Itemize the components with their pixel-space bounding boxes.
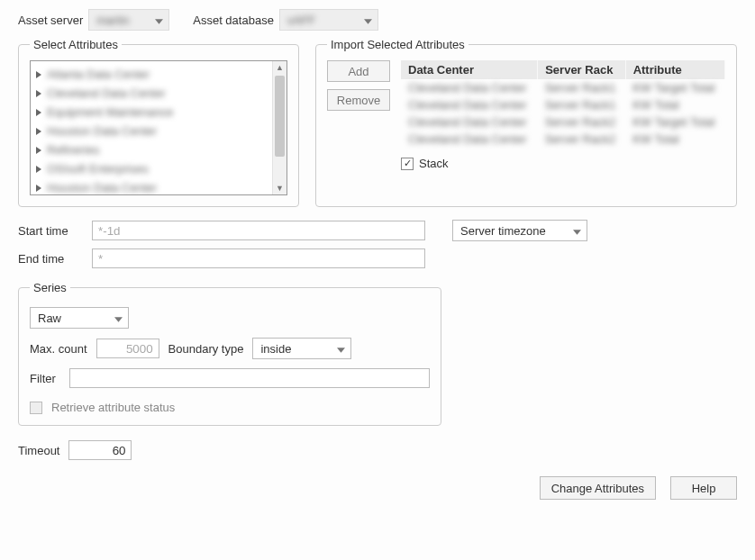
chevron-down-icon — [114, 312, 123, 325]
table-row[interactable]: Cleveland Data CenterServer Rack2KW Tota… — [401, 131, 725, 148]
tree-item[interactable]: Refineries — [36, 140, 281, 159]
select-attributes-legend: Select Attributes — [30, 38, 122, 51]
scroll-down-icon[interactable]: ▼ — [273, 182, 287, 194]
asset-server-label: Asset server — [18, 14, 83, 27]
boundary-type-label: Boundary type — [168, 342, 244, 356]
expand-icon — [36, 90, 41, 97]
scroll-up-icon[interactable]: ▲ — [273, 61, 287, 74]
tree-item[interactable]: OSIsoft Enterprises — [36, 159, 281, 178]
end-time-label: End time — [18, 252, 83, 266]
table-row[interactable]: Cleveland Data CenterServer Rack2KW Targ… — [401, 113, 725, 131]
max-count-input[interactable] — [96, 339, 159, 358]
series-legend: Series — [30, 281, 70, 294]
expand-icon — [36, 185, 41, 192]
import-attributes-group: Import Selected Attributes Add Remove Da… — [315, 38, 737, 207]
tree-item[interactable]: Cleveland Data Center — [36, 84, 281, 103]
table-row[interactable]: Cleveland Data CenterServer Rack1KW Targ… — [401, 79, 725, 96]
retrieve-status-label: Retrieve attribute status — [51, 401, 175, 414]
add-button[interactable]: Add — [327, 60, 390, 82]
remove-button[interactable]: Remove — [327, 89, 390, 111]
stack-label: Stack — [419, 157, 449, 170]
chevron-down-icon — [364, 14, 372, 27]
table-row[interactable]: Cleveland Data CenterServer Rack1KW Tota… — [401, 96, 725, 113]
asset-server-value: martin — [96, 14, 129, 27]
asset-db-value: vAFF — [287, 14, 315, 27]
series-mode-combo[interactable]: Raw — [30, 307, 129, 329]
asset-db-label: Asset database — [193, 14, 274, 27]
start-time-input[interactable] — [92, 221, 425, 240]
col-attribute[interactable]: Attribute — [625, 60, 724, 79]
end-time-input[interactable] — [92, 248, 425, 268]
series-mode-value: Raw — [38, 312, 61, 325]
help-button[interactable]: Help — [670, 476, 737, 500]
col-server-rack[interactable]: Server Rack — [538, 60, 625, 79]
tree-item[interactable]: Houston Data Center — [36, 178, 281, 195]
selected-attributes-table[interactable]: Data Center Server Rack Attribute Clevel… — [401, 60, 725, 148]
boundary-type-value: inside — [260, 342, 291, 356]
retrieve-status-checkbox[interactable] — [30, 402, 42, 414]
boundary-type-combo[interactable]: inside — [252, 338, 351, 359]
start-time-label: Start time — [18, 224, 83, 238]
expand-icon — [36, 147, 41, 154]
expand-icon — [36, 109, 41, 116]
expand-icon — [36, 166, 41, 173]
attribute-tree[interactable]: Atlanta Data Center Cleveland Data Cente… — [30, 60, 287, 195]
expand-icon — [36, 128, 41, 135]
tree-item[interactable]: Atlanta Data Center — [36, 65, 281, 84]
timeout-input[interactable] — [68, 440, 132, 460]
import-attributes-legend: Import Selected Attributes — [327, 38, 468, 51]
timezone-combo[interactable]: Server timezone — [452, 220, 587, 241]
max-count-label: Max. count — [30, 342, 87, 356]
select-attributes-group: Select Attributes Atlanta Data Center Cl… — [18, 38, 299, 207]
scroll-thumb[interactable] — [275, 76, 285, 157]
col-data-center[interactable]: Data Center — [401, 60, 538, 79]
chevron-down-icon — [337, 342, 345, 356]
stack-checkbox[interactable]: ✓ — [401, 158, 414, 170]
asset-server-combo[interactable]: martin — [88, 9, 169, 31]
timeout-label: Timeout — [18, 444, 59, 457]
filter-input[interactable] — [69, 368, 430, 388]
expand-icon — [36, 71, 41, 78]
chevron-down-icon — [155, 14, 163, 27]
filter-label: Filter — [30, 372, 60, 385]
series-group: Series Raw Max. count Boundary type insi… — [18, 281, 441, 426]
asset-db-combo[interactable]: vAFF — [279, 9, 378, 31]
tree-item[interactable]: Houston Data Center — [36, 122, 281, 140]
timezone-value: Server timezone — [460, 224, 546, 238]
tree-scrollbar[interactable]: ▲ ▼ — [272, 61, 287, 194]
tree-item[interactable]: Equipment Maintenance — [36, 103, 281, 122]
chevron-down-icon — [573, 224, 581, 238]
change-attributes-button[interactable]: Change Attributes — [540, 476, 656, 500]
